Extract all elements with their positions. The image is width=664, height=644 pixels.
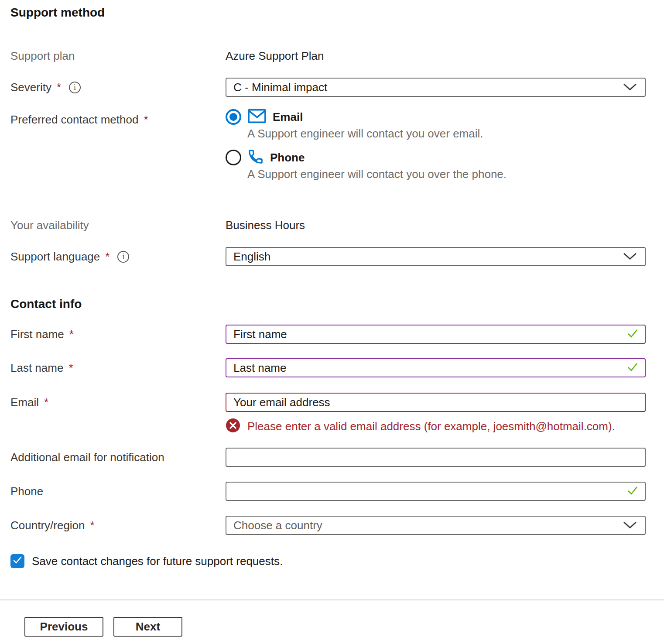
availability-value: Business Hours bbox=[226, 219, 305, 232]
phone-option-description: A Support engineer will contact you over… bbox=[247, 167, 507, 182]
email-option-description: A Support engineer will contact you over… bbox=[247, 126, 483, 141]
chevron-down-icon bbox=[623, 81, 637, 94]
support-language-dropdown[interactable]: English bbox=[226, 247, 646, 266]
email-option-label: Email bbox=[273, 110, 303, 124]
additional-email-label: Additional email for notification bbox=[10, 450, 226, 464]
section-heading-support-method: Support method bbox=[10, 5, 646, 20]
chevron-down-icon bbox=[623, 250, 637, 264]
country-region-dropdown[interactable]: Choose a country bbox=[226, 516, 646, 535]
support-language-dropdown-value: English bbox=[233, 250, 622, 264]
contact-method-option-email[interactable]: Email A Support engineer will contact yo… bbox=[226, 109, 646, 141]
support-plan-row: Support plan Azure Support Plan bbox=[10, 49, 646, 63]
support-plan-label: Support plan bbox=[10, 49, 226, 63]
support-language-label: Support language* i bbox=[10, 250, 226, 264]
email-row: Email* bbox=[10, 393, 646, 412]
checkbox-check-icon bbox=[12, 555, 23, 568]
country-region-row: Country/region* Choose a country bbox=[10, 516, 646, 535]
severity-dropdown-value: C - Minimal impact bbox=[233, 81, 622, 94]
last-name-input[interactable] bbox=[226, 358, 646, 377]
save-contact-row: Save contact changes for future support … bbox=[10, 553, 646, 569]
radio-email-selected[interactable] bbox=[226, 109, 241, 125]
phone-label: Phone bbox=[10, 484, 226, 498]
chevron-down-icon bbox=[623, 519, 637, 532]
additional-email-input[interactable] bbox=[226, 448, 646, 467]
severity-label: Severity* i bbox=[10, 80, 226, 94]
support-plan-value: Azure Support Plan bbox=[226, 49, 324, 62]
save-contact-checkbox[interactable] bbox=[10, 554, 24, 568]
preferred-contact-method-label: Preferred contact method* bbox=[10, 109, 226, 127]
additional-email-row: Additional email for notification bbox=[10, 448, 646, 467]
country-region-placeholder: Choose a country bbox=[233, 519, 622, 532]
footer-divider bbox=[0, 599, 664, 600]
country-region-label: Country/region* bbox=[10, 518, 226, 532]
first-name-row: First name* bbox=[10, 325, 646, 344]
first-name-input[interactable] bbox=[226, 325, 646, 344]
email-error-message: Please enter a valid email address (for … bbox=[247, 419, 615, 434]
info-icon[interactable]: i bbox=[117, 251, 129, 263]
email-icon bbox=[247, 108, 267, 126]
email-error-row: Please enter a valid email address (for … bbox=[10, 418, 646, 435]
availability-row: Your availability Business Hours bbox=[10, 218, 646, 232]
section-heading-contact-info: Contact info bbox=[10, 297, 646, 312]
support-request-form: Support method Support plan Azure Suppor… bbox=[0, 5, 664, 637]
radio-phone-unselected[interactable] bbox=[226, 150, 241, 165]
email-label: Email* bbox=[10, 395, 226, 409]
contact-method-option-phone[interactable]: Phone A Support engineer will contact yo… bbox=[226, 150, 646, 182]
next-button[interactable]: Next bbox=[113, 617, 182, 637]
last-name-row: Last name* bbox=[10, 358, 646, 377]
valid-check-icon bbox=[626, 360, 640, 376]
valid-check-icon bbox=[626, 326, 640, 342]
availability-label: Your availability bbox=[10, 218, 226, 232]
error-icon bbox=[226, 418, 240, 435]
first-name-label: First name* bbox=[10, 327, 226, 341]
info-icon[interactable]: i bbox=[69, 82, 81, 93]
severity-row: Severity* i C - Minimal impact bbox=[10, 78, 646, 97]
phone-input[interactable] bbox=[226, 482, 646, 501]
phone-icon bbox=[247, 148, 264, 167]
severity-dropdown[interactable]: C - Minimal impact bbox=[226, 78, 646, 97]
valid-check-icon bbox=[626, 483, 640, 499]
previous-button[interactable]: Previous bbox=[24, 617, 103, 637]
wizard-navigation: Previous Next bbox=[10, 617, 646, 637]
phone-option-label: Phone bbox=[270, 151, 305, 164]
phone-row: Phone bbox=[10, 482, 646, 501]
email-input[interactable] bbox=[226, 393, 646, 412]
save-contact-label: Save contact changes for future support … bbox=[32, 553, 283, 569]
last-name-label: Last name* bbox=[10, 361, 226, 375]
support-language-row: Support language* i English bbox=[10, 247, 646, 266]
preferred-contact-method-row: Preferred contact method* Email A Suppor… bbox=[10, 109, 646, 182]
